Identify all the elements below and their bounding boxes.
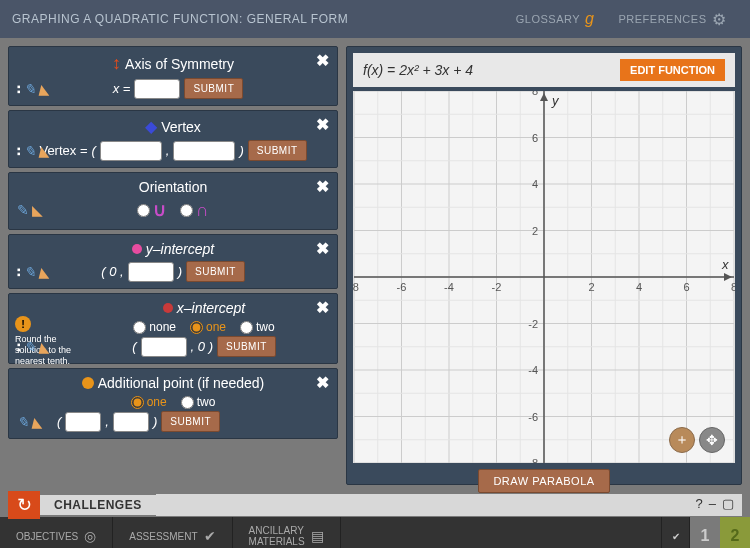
checkmark-icon: ✔ bbox=[662, 517, 690, 548]
svg-text:-2: -2 bbox=[528, 318, 538, 330]
pan-button[interactable]: ✥ bbox=[699, 427, 725, 453]
panel-orientation: ✖ Orientation ✎ ◣ ∪ ∩ bbox=[8, 172, 338, 230]
diamond-icon: ◆ bbox=[145, 117, 157, 136]
handle-icon[interactable]: ▪▪ bbox=[17, 342, 21, 352]
panel-axis: ✖ ↕ Axis of Symmetry ▪▪ ✎ ◣ x = SUBMIT bbox=[8, 46, 338, 106]
pen-icon[interactable]: ✎ bbox=[24, 81, 36, 97]
close-icon[interactable]: ✖ bbox=[316, 51, 329, 70]
submit-button[interactable]: SUBMIT bbox=[184, 78, 243, 99]
handle-icon[interactable]: ▪▪ bbox=[17, 146, 21, 156]
handle-icon[interactable]: ▪▪ bbox=[17, 267, 21, 277]
orientation-up-radio[interactable]: ∪ bbox=[137, 199, 166, 221]
xint-none-radio[interactable]: none bbox=[133, 320, 176, 334]
page-1-button[interactable]: 1 bbox=[690, 517, 720, 548]
close-icon[interactable]: ✖ bbox=[316, 298, 329, 317]
graph-area[interactable]: x y -8-6-4-22468-8-6-4-22468 ＋ ✥ bbox=[353, 91, 735, 463]
svg-marker-37 bbox=[724, 273, 732, 281]
pen-icon[interactable]: ✎ bbox=[24, 143, 36, 159]
close-icon[interactable]: ✖ bbox=[316, 177, 329, 196]
svg-text:-6: -6 bbox=[397, 281, 407, 293]
close-icon[interactable]: ✖ bbox=[316, 115, 329, 134]
dot-red-icon bbox=[163, 303, 173, 313]
warning-icon: ! bbox=[15, 316, 31, 332]
panel-yintercept: ✖ y–intercept ▪▪ ✎ ◣ ( 0 , ) SUBMIT bbox=[8, 234, 338, 289]
edit-function-button[interactable]: EDIT FUNCTION bbox=[620, 59, 725, 81]
eraser-icon[interactable]: ◣ bbox=[39, 143, 50, 159]
page-title: GRAPHING A QUADRATIC FUNCTION: GENERAL F… bbox=[12, 12, 504, 26]
parabola-down-icon: ∩ bbox=[196, 200, 209, 221]
function-text: f(x) = 2x² + 3x + 4 bbox=[363, 62, 473, 78]
submit-button[interactable]: SUBMIT bbox=[217, 336, 276, 357]
xint-input[interactable] bbox=[141, 337, 187, 357]
maximize-icon[interactable]: ▢ bbox=[722, 496, 734, 511]
glossary-button[interactable]: GLOSSARY g bbox=[504, 10, 607, 28]
addl-one-radio[interactable]: one bbox=[131, 395, 167, 409]
document-icon: ▤ bbox=[311, 528, 324, 544]
eraser-icon[interactable]: ◣ bbox=[32, 202, 43, 218]
challenges-bar: ↻ CHALLENGES ? – ▢ bbox=[8, 493, 742, 517]
svg-text:-6: -6 bbox=[528, 411, 538, 423]
check-icon: ✔ bbox=[204, 528, 216, 544]
close-icon[interactable]: ✖ bbox=[316, 373, 329, 392]
addl-two-radio[interactable]: two bbox=[181, 395, 216, 409]
xint-two-radio[interactable]: two bbox=[240, 320, 275, 334]
eraser-icon[interactable]: ◣ bbox=[32, 414, 43, 430]
zoom-in-button[interactable]: ＋ bbox=[669, 427, 695, 453]
left-column: ✖ ↕ Axis of Symmetry ▪▪ ✎ ◣ x = SUBMIT ✖… bbox=[8, 46, 338, 485]
svg-text:6: 6 bbox=[683, 281, 689, 293]
axis-input[interactable] bbox=[134, 79, 180, 99]
svg-text:8: 8 bbox=[731, 281, 735, 293]
submit-button[interactable]: SUBMIT bbox=[161, 411, 220, 432]
target-icon: ◎ bbox=[84, 528, 96, 544]
close-icon[interactable]: ✖ bbox=[316, 239, 329, 258]
dot-orange-icon bbox=[82, 377, 94, 389]
addl-x-input[interactable] bbox=[65, 412, 101, 432]
svg-text:4: 4 bbox=[532, 178, 538, 190]
eraser-icon[interactable]: ◣ bbox=[39, 339, 50, 355]
y-axis-label: y bbox=[551, 93, 560, 108]
preferences-button[interactable]: PREFERENCES ⚙ bbox=[606, 10, 738, 29]
function-bar: f(x) = 2x² + 3x + 4 EDIT FUNCTION bbox=[353, 53, 735, 87]
x-axis-label: x bbox=[721, 257, 729, 272]
pen-icon[interactable]: ✎ bbox=[24, 339, 36, 355]
glossary-icon: g bbox=[585, 10, 594, 28]
svg-text:2: 2 bbox=[532, 225, 538, 237]
refresh-button[interactable]: ↻ bbox=[8, 491, 40, 519]
help-icon[interactable]: ? bbox=[696, 496, 703, 511]
eraser-icon[interactable]: ◣ bbox=[39, 81, 50, 97]
submit-button[interactable]: SUBMIT bbox=[248, 140, 307, 161]
footer: OBJECTIVES◎ ASSESSMENT✔ ANCILLARYMATERIA… bbox=[0, 517, 750, 548]
objectives-button[interactable]: OBJECTIVES◎ bbox=[0, 517, 113, 548]
svg-text:-4: -4 bbox=[444, 281, 454, 293]
svg-text:6: 6 bbox=[532, 132, 538, 144]
panel-additional: ✖ Additional point (if needed) one two ✎… bbox=[8, 368, 338, 439]
handle-icon[interactable]: ▪▪ bbox=[17, 84, 21, 94]
dot-pink-icon bbox=[132, 244, 142, 254]
panel-xintercept: ✖ ! Round the solution to the nearest te… bbox=[8, 293, 338, 364]
vertex-y-input[interactable] bbox=[173, 141, 235, 161]
svg-text:8: 8 bbox=[532, 91, 538, 97]
gear-icon: ⚙ bbox=[712, 10, 727, 29]
orientation-down-radio[interactable]: ∩ bbox=[180, 200, 209, 221]
vertex-x-input[interactable] bbox=[100, 141, 162, 161]
yint-input[interactable] bbox=[128, 262, 174, 282]
parabola-up-icon: ∪ bbox=[153, 199, 166, 221]
arrow-updown-icon: ↕ bbox=[112, 53, 121, 74]
submit-button[interactable]: SUBMIT bbox=[186, 261, 245, 282]
assessment-button[interactable]: ASSESSMENT✔ bbox=[113, 517, 232, 548]
svg-text:2: 2 bbox=[588, 281, 594, 293]
addl-y-input[interactable] bbox=[113, 412, 149, 432]
minimize-icon[interactable]: – bbox=[709, 496, 716, 511]
svg-text:-8: -8 bbox=[528, 457, 538, 463]
graph-svg: x y -8-6-4-22468-8-6-4-22468 bbox=[353, 91, 735, 463]
pen-icon[interactable]: ✎ bbox=[17, 414, 29, 430]
pen-icon[interactable]: ✎ bbox=[24, 264, 36, 280]
eraser-icon[interactable]: ◣ bbox=[39, 264, 50, 280]
challenges-tab[interactable]: CHALLENGES bbox=[40, 495, 156, 515]
draw-parabola-button[interactable]: DRAW PARABOLA bbox=[478, 469, 609, 493]
svg-text:-4: -4 bbox=[528, 364, 538, 376]
xint-one-radio[interactable]: one bbox=[190, 320, 226, 334]
pen-icon[interactable]: ✎ bbox=[17, 202, 29, 218]
page-2-button[interactable]: 2 bbox=[720, 517, 750, 548]
ancillary-button[interactable]: ANCILLARYMATERIALS ▤ bbox=[233, 517, 341, 548]
